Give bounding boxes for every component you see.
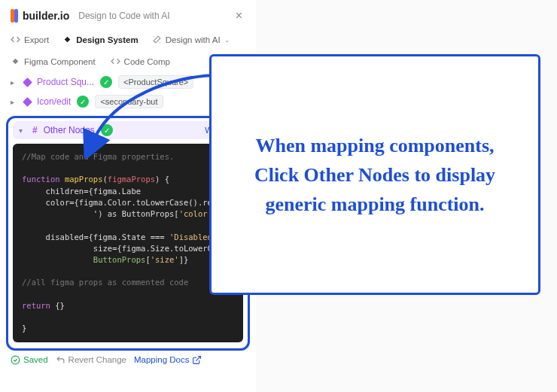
- tab-design-system-label: Design System: [76, 35, 138, 44]
- hash-icon: #: [32, 125, 38, 135]
- logo: builder.io: [11, 9, 69, 23]
- code-pill[interactable]: <ProductSquare>: [118, 75, 193, 89]
- chevron-down-icon[interactable]: ▾: [19, 126, 26, 135]
- chevron-right-icon[interactable]: ▸: [11, 98, 18, 106]
- tab-design-ai-label: Design with AI: [166, 35, 221, 44]
- check-icon: ✓: [77, 96, 89, 108]
- tab-bar: Export Design System Design with AI ⌄: [0, 30, 256, 52]
- component-icon: [23, 77, 32, 87]
- check-circle-icon: [11, 355, 20, 365]
- saved-indicator: Saved: [11, 355, 48, 365]
- brand-name: builder.io: [23, 10, 69, 22]
- tab-design-system[interactable]: Design System: [62, 35, 138, 44]
- header: builder.io Design to Code with AI ×: [0, 0, 256, 30]
- component-name[interactable]: Product Squ...: [37, 77, 94, 87]
- external-link-icon: [192, 355, 202, 365]
- wand-icon: [152, 35, 162, 44]
- col-code-component[interactable]: Code Comp: [111, 56, 170, 66]
- tab-export-label: Export: [24, 35, 49, 44]
- svg-point-2: [11, 356, 20, 364]
- diamond-icon: [62, 35, 72, 44]
- check-icon: ✓: [101, 124, 113, 136]
- close-icon[interactable]: ×: [233, 8, 245, 24]
- code-pill[interactable]: <secondary-but: [95, 95, 163, 108]
- tab-export[interactable]: Export: [11, 35, 49, 44]
- svg-rect-1: [13, 59, 19, 65]
- code-icon: [111, 56, 120, 66]
- svg-line-3: [196, 356, 201, 360]
- revert-button[interactable]: Revert Change: [56, 355, 126, 365]
- col-figma-component[interactable]: Figma Component: [11, 56, 96, 66]
- component-icon: [23, 97, 32, 107]
- header-subtitle: Design to Code with AI: [78, 11, 169, 21]
- editor-footer: Saved Revert Change Mapping Docs: [0, 351, 256, 369]
- annotation-text: When mapping components, Click Other Nod…: [240, 131, 510, 219]
- chevron-right-icon[interactable]: ▸: [11, 78, 18, 87]
- undo-icon: [56, 355, 65, 365]
- annotation-callout: When mapping components, Click Other Nod…: [209, 54, 540, 295]
- tab-design-ai[interactable]: Design with AI ⌄: [152, 35, 230, 44]
- component-name[interactable]: Icon/edit: [37, 96, 71, 107]
- diamond-icon: [11, 56, 20, 66]
- chevron-down-icon: ⌄: [224, 36, 230, 44]
- svg-rect-0: [65, 37, 71, 43]
- mapping-docs-link[interactable]: Mapping Docs: [134, 355, 202, 365]
- component-name: Other Nodes: [44, 125, 95, 135]
- check-icon: ✓: [100, 76, 112, 88]
- logo-mark-icon: [11, 9, 18, 23]
- code-icon: [11, 35, 20, 44]
